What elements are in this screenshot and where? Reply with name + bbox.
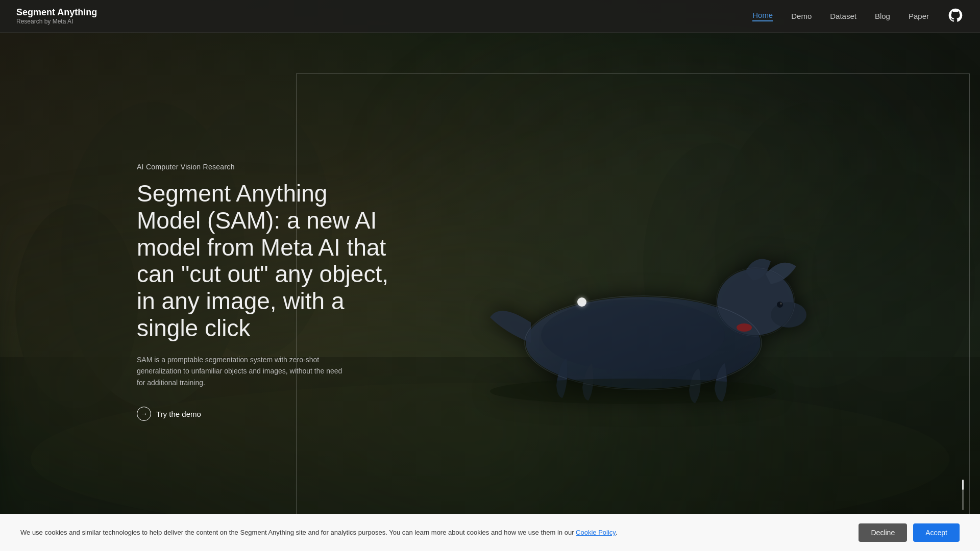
decline-button[interactable]: Decline [859,523,907,542]
main-nav: Home Demo Dataset Blog Paper [752,7,964,26]
cookie-banner: We use cookies and similar technologies … [0,514,980,551]
hero-description: SAM is a promptable segmentation system … [137,354,351,388]
github-icon[interactable] [947,7,964,26]
nav-home[interactable]: Home [752,11,773,21]
segmentation-dot-indicator [577,297,586,307]
svg-point-12 [541,299,725,371]
accept-button[interactable]: Accept [913,523,960,542]
hero-left-panel: AI Computer Vision Research Segment Anyt… [137,163,402,421]
svg-point-14 [777,302,783,308]
hero-tag: AI Computer Vision Research [137,163,402,171]
cookie-buttons: Decline Accept [859,523,960,542]
svg-point-13 [737,323,752,332]
nav-demo[interactable]: Demo [791,12,812,20]
try-demo-label: Try the demo [156,410,201,418]
logo-area: Segment Anything Research by Meta AI [16,7,97,26]
nav-blog[interactable]: Blog [875,12,890,20]
nav-paper[interactable]: Paper [909,12,929,20]
cookie-policy-link[interactable]: Cookie Policy [576,529,616,536]
logo-title: Segment Anything [16,7,97,18]
svg-point-15 [780,303,782,305]
scroll-indicator [962,480,964,510]
cookie-message: We use cookies and similar technologies … [20,529,574,536]
try-demo-button[interactable]: → Try the demo [137,407,201,421]
svg-point-11 [771,302,806,328]
hero-section: AI Computer Vision Research Segment Anyt… [0,0,980,551]
arrow-circle-icon: → [137,407,151,421]
header: Segment Anything Research by Meta AI Hom… [0,0,980,33]
svg-point-18 [490,379,776,404]
scroll-bar [962,480,964,510]
corgi-silhouette [439,200,827,414]
nav-dataset[interactable]: Dataset [830,12,856,20]
logo-subtitle: Research by Meta AI [16,18,97,25]
scroll-bar-progress [962,480,964,490]
cookie-text: We use cookies and similar technologies … [20,528,618,538]
hero-title: Segment Anything Model (SAM): a new AI m… [137,180,392,342]
hero-content: AI Computer Vision Research Segment Anyt… [0,0,980,551]
